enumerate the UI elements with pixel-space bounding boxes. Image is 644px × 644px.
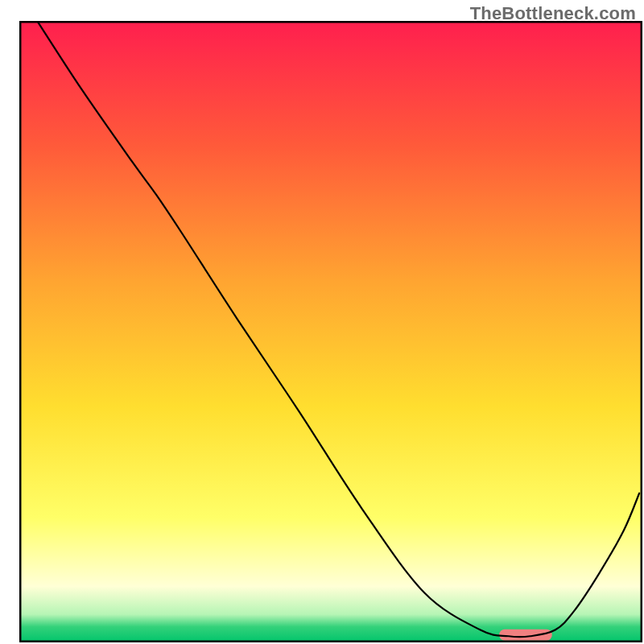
watermark-text: TheBottleneck.com [470, 3, 636, 24]
bottleneck-chart [0, 0, 644, 644]
chart-background [19, 21, 642, 642]
optimal-range-marker [499, 630, 552, 641]
